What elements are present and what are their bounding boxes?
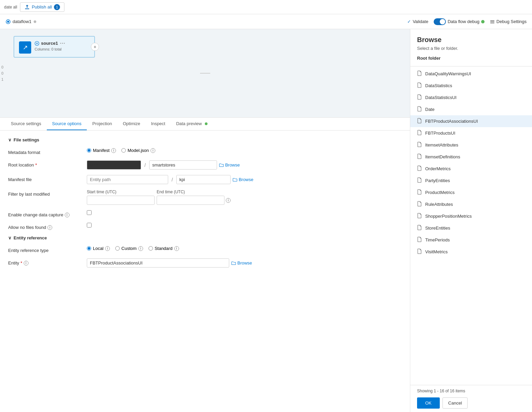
manifest-radio[interactable]: Manifest i bbox=[87, 148, 116, 153]
filter-last-modified-label: Filter by last modified bbox=[8, 190, 83, 197]
svg-point-2 bbox=[7, 21, 9, 23]
allow-no-files-row: Allow no files found i bbox=[8, 223, 402, 230]
metadata-format-label: Metadata format bbox=[8, 148, 83, 155]
custom-info-icon[interactable]: i bbox=[138, 246, 143, 251]
model-json-info-icon[interactable]: i bbox=[151, 148, 155, 153]
custom-radio[interactable]: Custom i bbox=[115, 246, 143, 251]
browse-items-list: DataQualityWarningsUI DataStatistics Dat… bbox=[410, 66, 532, 385]
validate-button[interactable]: ✓ Validate bbox=[407, 19, 428, 24]
browse-item[interactable]: DataStatisticsUI bbox=[410, 92, 532, 103]
root-location-browse-button[interactable]: Browse bbox=[219, 162, 240, 168]
tab-source-settings[interactable]: Source settings bbox=[5, 118, 47, 130]
tab-data-preview[interactable]: Data preview bbox=[171, 118, 213, 130]
browse-item[interactable]: Date bbox=[410, 103, 532, 115]
check-icon: ✓ bbox=[407, 19, 411, 24]
debug-settings-button[interactable]: Debug Settings bbox=[490, 19, 527, 24]
entity-path-input[interactable] bbox=[87, 175, 168, 184]
debug-toggle[interactable] bbox=[434, 18, 446, 25]
entity-ref-chevron: ∨ bbox=[8, 235, 12, 240]
file-settings-header[interactable]: ∨ File settings bbox=[8, 137, 402, 142]
end-time-info-icon[interactable]: i bbox=[226, 198, 231, 203]
browse-item[interactable]: FBTProductAssociationsUI bbox=[410, 115, 532, 127]
filter-last-modified-row: Filter by last modified Start time (UTC)… bbox=[8, 190, 402, 205]
debug-settings-label: Debug Settings bbox=[496, 19, 527, 24]
browse-item[interactable]: ShopperPositionMetrics bbox=[410, 210, 532, 222]
entity-reference-label: Entity reference bbox=[14, 235, 47, 240]
browse-item[interactable]: StoreEntities bbox=[410, 222, 532, 234]
local-info-icon[interactable]: i bbox=[105, 246, 110, 251]
tab-source-options[interactable]: Source options bbox=[47, 118, 87, 130]
browse-footer: Showing 1 - 16 of 16 items OK Cancel bbox=[410, 385, 532, 412]
browse-item[interactable]: RuleAttributes bbox=[410, 198, 532, 210]
browse-item[interactable]: TimePeriods bbox=[410, 234, 532, 246]
model-json-radio[interactable]: Model.json i bbox=[121, 148, 155, 153]
no-files-controls bbox=[87, 223, 402, 228]
start-time-input[interactable] bbox=[87, 196, 155, 205]
browse-panel-header: Browse Select a file or folder. Root fol… bbox=[410, 29, 532, 66]
entity-required: * bbox=[21, 260, 22, 266]
end-time-label: End time (UTC) bbox=[157, 190, 231, 194]
tab-inspect[interactable]: Inspect bbox=[145, 118, 171, 130]
debug-label: Data flow debug bbox=[448, 19, 479, 24]
publish-badge: 1 bbox=[54, 4, 60, 10]
entity-ref-type-row: Entity reference type Local i Custom bbox=[8, 246, 402, 253]
browse-item[interactable]: ProductMetrics bbox=[410, 187, 532, 198]
root-location-part1-input[interactable] bbox=[87, 160, 141, 170]
browse-item[interactable]: DataStatistics bbox=[410, 80, 532, 92]
browse-ok-button[interactable]: OK bbox=[417, 397, 440, 409]
file-icon bbox=[417, 82, 422, 89]
root-location-part2-input[interactable] bbox=[149, 160, 217, 170]
file-icon bbox=[417, 71, 422, 77]
manifest-browse-button[interactable]: Browse bbox=[233, 177, 253, 182]
standard-info-icon[interactable]: i bbox=[174, 246, 179, 251]
left-panel: 0 0 1 ↗ bbox=[0, 29, 410, 412]
file-icon bbox=[417, 213, 422, 219]
standard-radio[interactable]: Standard i bbox=[149, 246, 179, 251]
svg-rect-4 bbox=[490, 21, 494, 22]
entity-input[interactable] bbox=[87, 258, 229, 268]
manifest-info-icon[interactable]: i bbox=[111, 148, 116, 153]
entity-ref-type-label: Entity reference type bbox=[8, 246, 83, 253]
update-all-link[interactable]: date all bbox=[4, 5, 17, 9]
source-node-container[interactable]: ↗ source1 ⋯ Columns: bbox=[14, 36, 403, 58]
entity-row: Entity * i Browse bbox=[8, 258, 402, 268]
local-radio[interactable]: Local i bbox=[87, 246, 110, 251]
browse-item[interactable]: ItemsetAttributes bbox=[410, 139, 532, 151]
entity-reference-header[interactable]: ∨ Entity reference bbox=[8, 235, 402, 240]
root-location-label: Root location * bbox=[8, 160, 83, 168]
metadata-format-controls: Manifest i Model.json i bbox=[87, 148, 402, 153]
browse-item[interactable]: DataQualityWarningsUI bbox=[410, 68, 532, 80]
browse-item[interactable]: FBTProductsUI bbox=[410, 127, 532, 139]
metadata-format-radio-group: Manifest i Model.json i bbox=[87, 148, 155, 153]
node-options-dots[interactable]: ⋯ bbox=[60, 40, 65, 46]
canvas-area: 0 0 1 ↗ bbox=[0, 29, 532, 412]
allow-no-files-checkbox[interactable] bbox=[87, 223, 92, 228]
enable-cdc-checkbox[interactable] bbox=[87, 210, 92, 215]
browse-item[interactable]: VisitMetrics bbox=[410, 246, 532, 258]
start-time-group: Start time (UTC) bbox=[87, 190, 155, 205]
browse-item-name: ProductMetrics bbox=[425, 190, 455, 195]
no-files-info-icon[interactable]: i bbox=[47, 225, 52, 230]
browse-item-name: VisitMetrics bbox=[425, 249, 448, 254]
root-location-required: * bbox=[35, 162, 37, 168]
end-time-input[interactable] bbox=[157, 196, 224, 205]
source-node[interactable]: ↗ source1 ⋯ Columns: bbox=[14, 36, 95, 58]
svg-rect-0 bbox=[25, 8, 29, 9]
browse-cancel-button[interactable]: Cancel bbox=[442, 397, 468, 409]
entity-ref-type-controls: Local i Custom i Standard bbox=[87, 246, 402, 251]
kpi-input[interactable] bbox=[176, 175, 231, 184]
cdc-info-icon[interactable]: i bbox=[65, 213, 70, 217]
browse-panel: Browse Select a file or folder. Root fol… bbox=[410, 29, 532, 412]
entity-browse-button[interactable]: Browse bbox=[231, 260, 252, 266]
browse-item[interactable]: ItemsetDefinitions bbox=[410, 151, 532, 163]
browse-item[interactable]: PartyEntities bbox=[410, 175, 532, 187]
tab-projection[interactable]: Projection bbox=[87, 118, 117, 130]
entity-label: Entity * i bbox=[8, 258, 83, 266]
browse-item[interactable]: OrderMetrics bbox=[410, 163, 532, 175]
publish-all-button[interactable]: Publish all 1 bbox=[20, 2, 64, 12]
detail-panel: Source settings Source options Projectio… bbox=[0, 117, 410, 412]
tab-optimize[interactable]: Optimize bbox=[117, 118, 145, 130]
node-add-button[interactable]: + bbox=[91, 43, 99, 51]
top-bar: date all Publish all 1 bbox=[0, 0, 532, 14]
entity-info-icon[interactable]: i bbox=[24, 261, 28, 266]
